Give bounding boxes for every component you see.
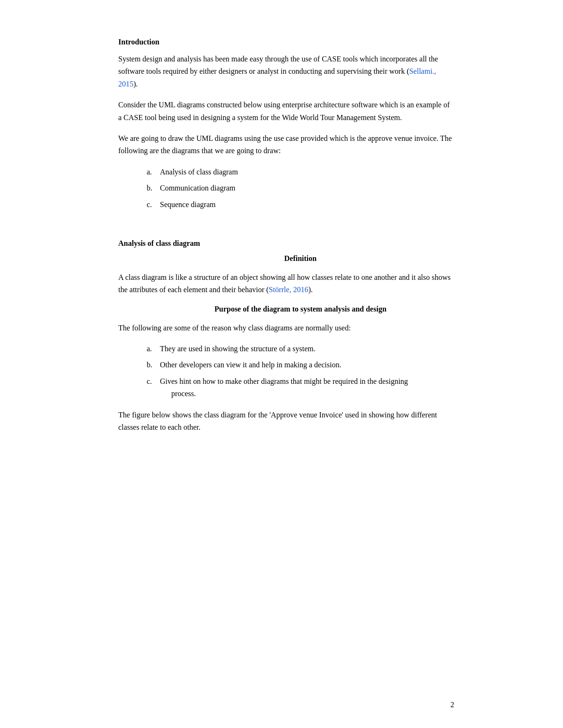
analysis-section: Analysis of class diagram Definition A c… [118, 239, 454, 434]
intro-p1-text: System design and analysis has been made… [118, 55, 438, 75]
intro-list: a. Analysis of class diagram b. Communic… [147, 166, 454, 211]
page: Introduction System design and analysis … [80, 0, 483, 728]
definition-subheading: Definition [147, 254, 454, 263]
purpose-list-item-b: b. Other developers can view it and help… [147, 359, 454, 371]
purpose-list-text-b: Other developers can view it and help in… [160, 359, 341, 371]
intro-following: following [118, 147, 148, 155]
def-cite: Störrle, 2016 [269, 286, 308, 294]
purpose-list-label-a: a. [147, 343, 160, 355]
purpose-list-text-c: Gives hint on how to make other diagrams… [160, 375, 408, 400]
intro-list-text-b: Communication diagram [160, 182, 236, 194]
intro-list-text-c: Sequence diagram [160, 199, 216, 211]
intro-p3-start: We are going to draw the UML diagrams us… [118, 134, 452, 142]
def-p-end: ). [308, 286, 313, 294]
introduction-section: Introduction System design and analysis … [118, 38, 454, 211]
intro-list-item-b: b. Communication diagram [147, 182, 454, 194]
intro-list-text-a: Analysis of class diagram [160, 166, 238, 178]
purpose-list-item-c: c. Gives hint on how to make other diagr… [147, 375, 454, 400]
purpose-intro: The following are some of the reason why… [118, 322, 454, 334]
purpose-list-text-a: They are used in showing the structure o… [160, 343, 316, 355]
intro-list-label-a: a. [147, 166, 160, 178]
purpose-list: a. They are used in showing the structur… [147, 343, 454, 400]
definition-subsection: Definition [147, 254, 454, 263]
intro-list-item-c: c. Sequence diagram [147, 199, 454, 211]
purpose-subheading: Purpose of the diagram to system analysi… [147, 305, 454, 313]
intro-p1-end: ). [133, 80, 138, 88]
intro-list-item-a: a. Analysis of class diagram [147, 166, 454, 178]
definition-paragraph: A class diagram is like a structure of a… [118, 271, 454, 296]
purpose-list-label-b: b. [147, 359, 160, 371]
intro-list-label-c: c. [147, 199, 160, 211]
introduction-heading: Introduction [118, 38, 454, 46]
intro-list-label-b: b. [147, 182, 160, 194]
purpose-list-label-c: c. [147, 375, 160, 388]
purpose-list-item-a: a. They are used in showing the structur… [147, 343, 454, 355]
intro-paragraph-2: Consider the UML diagrams constructed be… [118, 99, 454, 124]
intro-paragraph-3: We are going to draw the UML diagrams us… [118, 132, 454, 157]
purpose-subsection: Purpose of the diagram to system analysi… [147, 305, 454, 313]
analysis-heading: Analysis of class diagram [118, 239, 454, 248]
figure-paragraph: The figure below shows the class diagram… [118, 409, 454, 434]
page-number: 2 [450, 701, 454, 709]
intro-paragraph-1: System design and analysis has been made… [118, 53, 454, 90]
intro-p3-end: are the diagrams that we are going to dr… [148, 147, 281, 155]
